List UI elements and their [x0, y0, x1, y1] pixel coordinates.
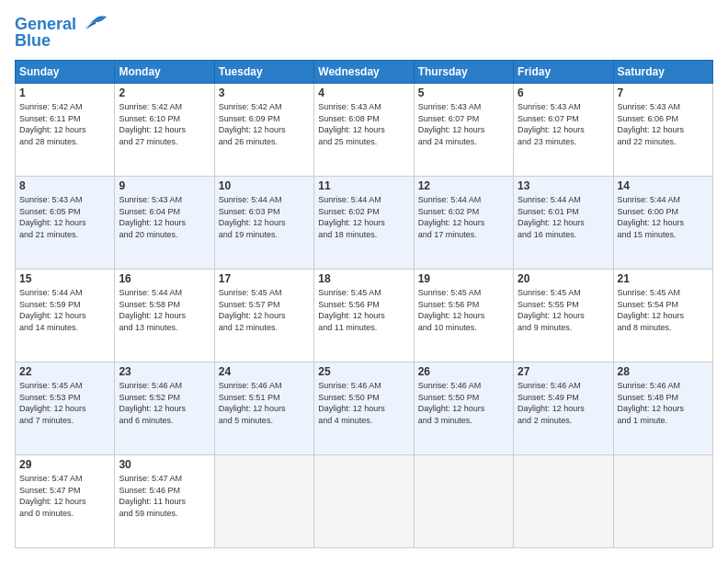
cell-info: Sunrise: 5:42 AM Sunset: 6:11 PM Dayligh… — [19, 101, 110, 147]
calendar-cell — [214, 455, 313, 548]
cell-info: Sunrise: 5:46 AM Sunset: 5:50 PM Dayligh… — [318, 380, 409, 426]
calendar-cell: 8Sunrise: 5:43 AM Sunset: 6:05 PM Daylig… — [16, 177, 115, 270]
calendar-cell: 26Sunrise: 5:46 AM Sunset: 5:50 PM Dayli… — [414, 362, 513, 455]
calendar-table: SundayMondayTuesdayWednesdayThursdayFrid… — [15, 60, 713, 548]
day-number: 17 — [219, 272, 310, 285]
weekday-header-monday: Monday — [115, 61, 214, 84]
cell-info: Sunrise: 5:43 AM Sunset: 6:04 PM Dayligh… — [119, 194, 210, 240]
calendar-cell — [314, 455, 414, 548]
day-number: 14 — [618, 179, 709, 192]
day-number: 2 — [119, 86, 210, 99]
calendar-cell: 15Sunrise: 5:44 AM Sunset: 5:59 PM Dayli… — [16, 270, 115, 362]
calendar-week-3: 15Sunrise: 5:44 AM Sunset: 5:59 PM Dayli… — [16, 270, 713, 362]
day-number: 7 — [618, 86, 709, 99]
cell-info: Sunrise: 5:45 AM Sunset: 5:54 PM Dayligh… — [618, 287, 709, 333]
cell-info: Sunrise: 5:46 AM Sunset: 5:50 PM Dayligh… — [418, 380, 509, 426]
day-number: 13 — [518, 179, 609, 192]
calendar-cell — [414, 455, 513, 548]
cell-info: Sunrise: 5:44 AM Sunset: 6:02 PM Dayligh… — [318, 194, 409, 240]
day-number: 15 — [19, 272, 110, 285]
page: General Blue SundayMondayTuesdayWednesda… — [0, 0, 728, 563]
calendar-cell: 20Sunrise: 5:45 AM Sunset: 5:55 PM Dayli… — [514, 270, 613, 362]
calendar-cell: 10Sunrise: 5:44 AM Sunset: 6:03 PM Dayli… — [214, 177, 313, 270]
day-number: 26 — [418, 365, 509, 378]
calendar-cell: 9Sunrise: 5:43 AM Sunset: 6:04 PM Daylig… — [115, 177, 214, 270]
calendar-cell: 16Sunrise: 5:44 AM Sunset: 5:58 PM Dayli… — [115, 270, 214, 362]
calendar-cell: 14Sunrise: 5:44 AM Sunset: 6:00 PM Dayli… — [613, 177, 712, 270]
day-number: 4 — [318, 86, 409, 99]
logo-general: General — [15, 15, 76, 33]
cell-info: Sunrise: 5:45 AM Sunset: 5:55 PM Dayligh… — [518, 287, 609, 333]
calendar-body: 1Sunrise: 5:42 AM Sunset: 6:11 PM Daylig… — [16, 84, 713, 548]
calendar-cell: 3Sunrise: 5:42 AM Sunset: 6:09 PM Daylig… — [214, 84, 313, 177]
calendar-cell — [613, 455, 712, 548]
cell-info: Sunrise: 5:42 AM Sunset: 6:09 PM Dayligh… — [219, 101, 310, 147]
day-number: 12 — [418, 179, 509, 192]
day-number: 19 — [418, 272, 509, 285]
calendar-week-2: 8Sunrise: 5:43 AM Sunset: 6:05 PM Daylig… — [16, 177, 713, 270]
calendar-cell: 1Sunrise: 5:42 AM Sunset: 6:11 PM Daylig… — [16, 84, 115, 177]
day-number: 23 — [119, 365, 210, 378]
calendar-cell: 19Sunrise: 5:45 AM Sunset: 5:56 PM Dayli… — [414, 270, 513, 362]
calendar-week-4: 22Sunrise: 5:45 AM Sunset: 5:53 PM Dayli… — [16, 362, 713, 455]
calendar-cell: 23Sunrise: 5:46 AM Sunset: 5:52 PM Dayli… — [115, 362, 214, 455]
cell-info: Sunrise: 5:43 AM Sunset: 6:05 PM Dayligh… — [19, 194, 110, 240]
calendar-week-1: 1Sunrise: 5:42 AM Sunset: 6:11 PM Daylig… — [16, 84, 713, 177]
day-number: 8 — [19, 179, 110, 192]
day-number: 22 — [19, 365, 110, 378]
weekday-header-sunday: Sunday — [16, 61, 115, 84]
weekday-header-tuesday: Tuesday — [214, 61, 313, 84]
calendar-cell: 12Sunrise: 5:44 AM Sunset: 6:02 PM Dayli… — [414, 177, 513, 270]
cell-info: Sunrise: 5:45 AM Sunset: 5:56 PM Dayligh… — [418, 287, 509, 333]
weekday-header-saturday: Saturday — [613, 61, 712, 84]
cell-info: Sunrise: 5:47 AM Sunset: 5:46 PM Dayligh… — [119, 473, 210, 519]
day-number: 28 — [618, 365, 709, 378]
cell-info: Sunrise: 5:45 AM Sunset: 5:56 PM Dayligh… — [318, 287, 409, 333]
day-number: 21 — [618, 272, 709, 285]
calendar-cell: 11Sunrise: 5:44 AM Sunset: 6:02 PM Dayli… — [314, 177, 414, 270]
weekday-header-wednesday: Wednesday — [314, 61, 414, 84]
day-number: 27 — [518, 365, 609, 378]
calendar-cell: 5Sunrise: 5:43 AM Sunset: 6:07 PM Daylig… — [414, 84, 513, 177]
cell-info: Sunrise: 5:46 AM Sunset: 5:52 PM Dayligh… — [119, 380, 210, 426]
calendar-cell: 6Sunrise: 5:43 AM Sunset: 6:07 PM Daylig… — [514, 84, 613, 177]
cell-info: Sunrise: 5:47 AM Sunset: 5:47 PM Dayligh… — [19, 473, 110, 519]
cell-info: Sunrise: 5:44 AM Sunset: 6:00 PM Dayligh… — [618, 194, 709, 240]
cell-info: Sunrise: 5:43 AM Sunset: 6:07 PM Dayligh… — [418, 101, 509, 147]
calendar-header-row: SundayMondayTuesdayWednesdayThursdayFrid… — [16, 61, 713, 84]
calendar-cell: 27Sunrise: 5:46 AM Sunset: 5:49 PM Dayli… — [514, 362, 613, 455]
cell-info: Sunrise: 5:43 AM Sunset: 6:06 PM Dayligh… — [618, 101, 709, 147]
cell-info: Sunrise: 5:46 AM Sunset: 5:49 PM Dayligh… — [518, 380, 609, 426]
calendar-cell: 4Sunrise: 5:43 AM Sunset: 6:08 PM Daylig… — [314, 84, 414, 177]
day-number: 25 — [318, 365, 409, 378]
cell-info: Sunrise: 5:44 AM Sunset: 5:59 PM Dayligh… — [19, 287, 110, 333]
calendar: SundayMondayTuesdayWednesdayThursdayFrid… — [15, 60, 713, 548]
day-number: 11 — [318, 179, 409, 192]
calendar-cell: 29Sunrise: 5:47 AM Sunset: 5:47 PM Dayli… — [16, 455, 115, 548]
cell-info: Sunrise: 5:46 AM Sunset: 5:51 PM Dayligh… — [219, 380, 310, 426]
calendar-cell: 2Sunrise: 5:42 AM Sunset: 6:10 PM Daylig… — [115, 84, 214, 177]
day-number: 30 — [119, 458, 210, 471]
calendar-week-5: 29Sunrise: 5:47 AM Sunset: 5:47 PM Dayli… — [16, 455, 713, 548]
cell-info: Sunrise: 5:46 AM Sunset: 5:48 PM Dayligh… — [618, 380, 709, 426]
cell-info: Sunrise: 5:43 AM Sunset: 6:08 PM Dayligh… — [318, 101, 409, 147]
day-number: 6 — [518, 86, 609, 99]
cell-info: Sunrise: 5:42 AM Sunset: 6:10 PM Dayligh… — [119, 101, 210, 147]
cell-info: Sunrise: 5:45 AM Sunset: 5:53 PM Dayligh… — [19, 380, 110, 426]
calendar-cell: 30Sunrise: 5:47 AM Sunset: 5:46 PM Dayli… — [115, 455, 214, 548]
day-number: 3 — [219, 86, 310, 99]
day-number: 1 — [19, 86, 110, 99]
day-number: 24 — [219, 365, 310, 378]
calendar-cell — [514, 455, 613, 548]
cell-info: Sunrise: 5:44 AM Sunset: 6:03 PM Dayligh… — [219, 194, 310, 240]
calendar-cell: 21Sunrise: 5:45 AM Sunset: 5:54 PM Dayli… — [613, 270, 712, 362]
calendar-cell: 13Sunrise: 5:44 AM Sunset: 6:01 PM Dayli… — [514, 177, 613, 270]
calendar-cell: 18Sunrise: 5:45 AM Sunset: 5:56 PM Dayli… — [314, 270, 414, 362]
header: General Blue — [15, 15, 713, 51]
logo-bird-icon — [83, 15, 108, 35]
day-number: 29 — [19, 458, 110, 471]
calendar-cell: 22Sunrise: 5:45 AM Sunset: 5:53 PM Dayli… — [16, 362, 115, 455]
day-number: 5 — [418, 86, 509, 99]
day-number: 18 — [318, 272, 409, 285]
cell-info: Sunrise: 5:43 AM Sunset: 6:07 PM Dayligh… — [518, 101, 609, 147]
